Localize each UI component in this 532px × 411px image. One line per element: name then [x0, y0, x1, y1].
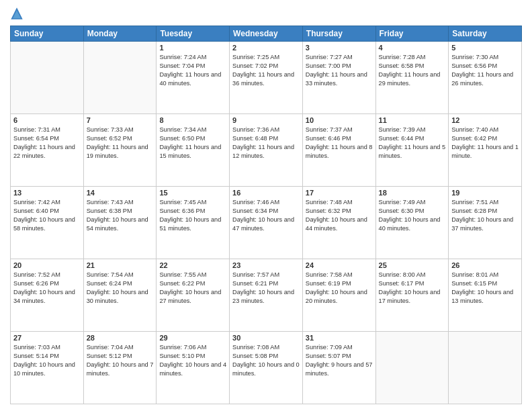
- calendar-week-1: 1Sunrise: 7:24 AMSunset: 7:04 PMDaylight…: [11, 42, 522, 114]
- logo-icon: [10, 7, 24, 20]
- day-info: Sunrise: 7:04 AMSunset: 5:12 PMDaylight:…: [87, 343, 154, 378]
- calendar-cell: 24Sunrise: 7:58 AMSunset: 6:19 PMDayligh…: [302, 259, 375, 332]
- weekday-header-friday: Friday: [375, 26, 449, 42]
- calendar-cell: 27Sunrise: 7:03 AMSunset: 5:14 PMDayligh…: [11, 332, 84, 404]
- day-number: 16: [232, 189, 300, 197]
- calendar-cell: [11, 42, 84, 114]
- day-number: 25: [379, 261, 446, 269]
- calendar-cell: 28Sunrise: 7:04 AMSunset: 5:12 PMDayligh…: [83, 332, 157, 404]
- calendar-cell: 4Sunrise: 7:28 AMSunset: 6:58 PMDaylight…: [375, 42, 449, 114]
- day-number: 7: [87, 116, 154, 124]
- weekday-header-saturday: Saturday: [449, 26, 522, 42]
- day-info: Sunrise: 7:27 AMSunset: 7:00 PMDaylight:…: [306, 53, 373, 88]
- day-info: Sunrise: 7:09 AMSunset: 5:07 PMDaylight:…: [306, 343, 373, 378]
- day-number: 14: [87, 189, 154, 197]
- day-info: Sunrise: 7:57 AMSunset: 6:21 PMDaylight:…: [232, 271, 300, 306]
- calendar-cell: 29Sunrise: 7:06 AMSunset: 5:10 PMDayligh…: [157, 332, 230, 404]
- day-number: 20: [13, 261, 81, 269]
- calendar-cell: 26Sunrise: 8:01 AMSunset: 6:15 PMDayligh…: [449, 259, 522, 332]
- calendar-cell: 23Sunrise: 7:57 AMSunset: 6:21 PMDayligh…: [230, 259, 303, 332]
- calendar-week-4: 20Sunrise: 7:52 AMSunset: 6:26 PMDayligh…: [11, 259, 522, 332]
- calendar-page: SundayMondayTuesdayWednesdayThursdayFrid…: [0, 0, 532, 411]
- day-info: Sunrise: 7:42 AMSunset: 6:40 PMDaylight:…: [13, 198, 81, 233]
- weekday-header-sunday: Sunday: [11, 26, 84, 42]
- day-number: 31: [306, 334, 373, 342]
- calendar-cell: 30Sunrise: 7:08 AMSunset: 5:08 PMDayligh…: [230, 332, 303, 404]
- calendar-cell: 25Sunrise: 8:00 AMSunset: 6:17 PMDayligh…: [375, 259, 449, 332]
- calendar-cell: [375, 332, 449, 404]
- day-info: Sunrise: 7:30 AMSunset: 6:56 PMDaylight:…: [451, 53, 519, 88]
- day-info: Sunrise: 8:01 AMSunset: 6:15 PMDaylight:…: [451, 271, 519, 306]
- day-number: 24: [306, 261, 373, 269]
- day-number: 19: [451, 189, 519, 197]
- day-number: 6: [13, 116, 81, 124]
- calendar-cell: [83, 42, 157, 114]
- calendar-cell: 16Sunrise: 7:46 AMSunset: 6:34 PMDayligh…: [230, 187, 303, 259]
- day-info: Sunrise: 7:39 AMSunset: 6:44 PMDaylight:…: [379, 126, 446, 161]
- day-number: 13: [13, 189, 81, 197]
- logo: [10, 7, 26, 20]
- calendar-cell: 31Sunrise: 7:09 AMSunset: 5:07 PMDayligh…: [302, 332, 375, 404]
- day-info: Sunrise: 7:24 AMSunset: 7:04 PMDaylight:…: [159, 53, 226, 88]
- day-number: 28: [87, 334, 154, 342]
- header: [10, 7, 522, 20]
- calendar-cell: 21Sunrise: 7:54 AMSunset: 6:24 PMDayligh…: [83, 259, 157, 332]
- day-info: Sunrise: 7:49 AMSunset: 6:30 PMDaylight:…: [379, 198, 446, 233]
- weekday-header-monday: Monday: [83, 26, 157, 42]
- day-number: 29: [159, 334, 226, 342]
- day-number: 30: [232, 334, 300, 342]
- day-number: 10: [306, 116, 373, 124]
- day-info: Sunrise: 8:00 AMSunset: 6:17 PMDaylight:…: [379, 271, 446, 306]
- calendar-cell: 1Sunrise: 7:24 AMSunset: 7:04 PMDaylight…: [157, 42, 230, 114]
- day-info: Sunrise: 7:03 AMSunset: 5:14 PMDaylight:…: [13, 343, 81, 378]
- calendar-week-5: 27Sunrise: 7:03 AMSunset: 5:14 PMDayligh…: [11, 332, 522, 404]
- calendar-cell: 13Sunrise: 7:42 AMSunset: 6:40 PMDayligh…: [11, 187, 84, 259]
- day-info: Sunrise: 7:52 AMSunset: 6:26 PMDaylight:…: [13, 271, 81, 306]
- calendar-cell: 2Sunrise: 7:25 AMSunset: 7:02 PMDaylight…: [230, 42, 303, 114]
- day-number: 11: [379, 116, 446, 124]
- day-info: Sunrise: 7:58 AMSunset: 6:19 PMDaylight:…: [306, 271, 373, 306]
- day-info: Sunrise: 7:54 AMSunset: 6:24 PMDaylight:…: [87, 271, 154, 306]
- calendar-cell: 5Sunrise: 7:30 AMSunset: 6:56 PMDaylight…: [449, 42, 522, 114]
- weekday-header-wednesday: Wednesday: [230, 26, 303, 42]
- day-number: 26: [451, 261, 519, 269]
- calendar-cell: 15Sunrise: 7:45 AMSunset: 6:36 PMDayligh…: [157, 187, 230, 259]
- day-number: 27: [13, 334, 81, 342]
- day-info: Sunrise: 7:36 AMSunset: 6:48 PMDaylight:…: [232, 126, 300, 161]
- calendar-cell: 8Sunrise: 7:34 AMSunset: 6:50 PMDaylight…: [157, 114, 230, 187]
- day-info: Sunrise: 7:06 AMSunset: 5:10 PMDaylight:…: [159, 343, 226, 378]
- calendar-cell: 6Sunrise: 7:31 AMSunset: 6:54 PMDaylight…: [11, 114, 84, 187]
- calendar-cell: [449, 332, 522, 404]
- day-info: Sunrise: 7:25 AMSunset: 7:02 PMDaylight:…: [232, 53, 300, 88]
- weekday-header-tuesday: Tuesday: [157, 26, 230, 42]
- day-number: 23: [232, 261, 300, 269]
- day-info: Sunrise: 7:08 AMSunset: 5:08 PMDaylight:…: [232, 343, 300, 378]
- calendar-cell: 19Sunrise: 7:51 AMSunset: 6:28 PMDayligh…: [449, 187, 522, 259]
- day-number: 18: [379, 189, 446, 197]
- calendar-cell: 10Sunrise: 7:37 AMSunset: 6:46 PMDayligh…: [302, 114, 375, 187]
- calendar-cell: 17Sunrise: 7:48 AMSunset: 6:32 PMDayligh…: [302, 187, 375, 259]
- calendar-cell: 11Sunrise: 7:39 AMSunset: 6:44 PMDayligh…: [375, 114, 449, 187]
- day-number: 21: [87, 261, 154, 269]
- calendar-cell: 3Sunrise: 7:27 AMSunset: 7:00 PMDaylight…: [302, 42, 375, 114]
- day-info: Sunrise: 7:37 AMSunset: 6:46 PMDaylight:…: [306, 126, 373, 161]
- day-info: Sunrise: 7:34 AMSunset: 6:50 PMDaylight:…: [159, 126, 226, 161]
- day-info: Sunrise: 7:31 AMSunset: 6:54 PMDaylight:…: [13, 126, 81, 161]
- calendar-table: SundayMondayTuesdayWednesdayThursdayFrid…: [10, 26, 522, 404]
- day-number: 12: [451, 116, 519, 124]
- calendar-cell: 20Sunrise: 7:52 AMSunset: 6:26 PMDayligh…: [11, 259, 84, 332]
- day-info: Sunrise: 7:40 AMSunset: 6:42 PMDaylight:…: [451, 126, 519, 161]
- weekday-header-row: SundayMondayTuesdayWednesdayThursdayFrid…: [11, 26, 522, 42]
- day-number: 4: [379, 44, 446, 52]
- day-number: 9: [232, 116, 300, 124]
- day-number: 15: [159, 189, 226, 197]
- day-number: 3: [306, 44, 373, 52]
- day-info: Sunrise: 7:45 AMSunset: 6:36 PMDaylight:…: [159, 198, 226, 233]
- calendar-cell: 22Sunrise: 7:55 AMSunset: 6:22 PMDayligh…: [157, 259, 230, 332]
- day-number: 8: [159, 116, 226, 124]
- day-number: 22: [159, 261, 226, 269]
- calendar-cell: 7Sunrise: 7:33 AMSunset: 6:52 PMDaylight…: [83, 114, 157, 187]
- day-info: Sunrise: 7:55 AMSunset: 6:22 PMDaylight:…: [159, 271, 226, 306]
- calendar-week-2: 6Sunrise: 7:31 AMSunset: 6:54 PMDaylight…: [11, 114, 522, 187]
- day-info: Sunrise: 7:28 AMSunset: 6:58 PMDaylight:…: [379, 53, 446, 88]
